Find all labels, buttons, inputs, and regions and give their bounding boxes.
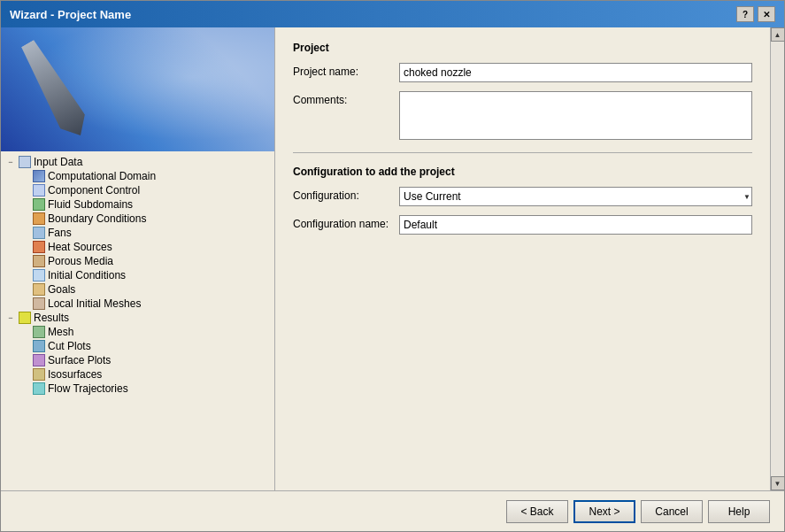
- tree-item-porous-media[interactable]: Porous Media: [1, 254, 274, 268]
- expand-icon-bc: [19, 212, 31, 225]
- tree-container: − Input Data Computational Domain Compon…: [1, 151, 274, 490]
- heat-sources-icon: [33, 241, 45, 253]
- cut-plots-icon: [33, 340, 45, 352]
- expand-icon-heat: [19, 241, 31, 253]
- title-bar-left: Wizard - Project Name: [10, 8, 131, 21]
- tree-item-heat-sources[interactable]: Heat Sources: [1, 240, 274, 254]
- tree-label-results: Results: [34, 312, 69, 324]
- fluid-subdomains-icon: [33, 198, 45, 211]
- fans-icon: [33, 227, 45, 239]
- comments-label: Comments:: [293, 91, 399, 106]
- expand-icon-init: [19, 269, 31, 281]
- tree-item-boundary-conditions[interactable]: Boundary Conditions: [1, 212, 274, 226]
- help-button[interactable]: Help: [708, 500, 770, 523]
- tree-item-goals[interactable]: Goals: [1, 282, 274, 297]
- scroll-track: [771, 42, 784, 476]
- expand-icon-fans: [19, 227, 31, 239]
- tree-label-local-initial-meshes: Local Initial Meshes: [48, 297, 141, 310]
- configuration-group: Configuration: Use Current New Configura…: [293, 187, 752, 206]
- mesh-icon: [33, 326, 45, 338]
- section-project-title: Project: [293, 42, 752, 54]
- bottom-bar: < Back Next > Cancel Help: [1, 490, 784, 531]
- expand-icon-local: [19, 297, 31, 310]
- tree-label-goals: Goals: [48, 283, 75, 296]
- tree-item-flow-trajectories[interactable]: Flow Trajectories: [1, 382, 274, 396]
- expand-icon-surface: [19, 354, 31, 366]
- project-name-group: Project name:: [293, 63, 752, 82]
- right-scroll: Project Project name: Comments: Configur…: [275, 27, 784, 490]
- config-name-label: Configuration name:: [293, 215, 399, 230]
- scroll-down-arrow-icon[interactable]: ▼: [771, 476, 785, 490]
- surface-plots-icon: [33, 354, 45, 366]
- config-name-input[interactable]: [399, 215, 752, 235]
- tree-label-mesh: Mesh: [48, 326, 73, 338]
- tree-item-fluid-subdomains[interactable]: Fluid Subdomains: [1, 197, 274, 212]
- expand-icon-input: −: [4, 156, 17, 168]
- input-data-icon: [19, 156, 31, 168]
- tree-label-input-data: Input Data: [34, 156, 82, 168]
- tree-label-fluid-subdomains: Fluid Subdomains: [48, 198, 133, 211]
- project-name-input[interactable]: [399, 63, 752, 82]
- tree-item-mesh[interactable]: Mesh: [1, 325, 274, 339]
- project-name-label: Project name:: [293, 63, 399, 78]
- tree-label-porous-media: Porous Media: [48, 255, 113, 267]
- goals-icon: [33, 283, 45, 296]
- porous-media-icon: [33, 255, 45, 267]
- tree-label-fans: Fans: [48, 227, 72, 239]
- right-panel: Project Project name: Comments: Configur…: [275, 27, 784, 490]
- tree-item-results[interactable]: − Results: [1, 311, 274, 325]
- boundary-conditions-icon: [33, 212, 45, 225]
- expand-icon-fluid: [19, 198, 31, 211]
- help-title-button[interactable]: ?: [736, 6, 754, 22]
- scroll-up-arrow-icon[interactable]: ▲: [771, 27, 785, 42]
- tree-item-isosurfaces[interactable]: Isosurfaces: [1, 367, 274, 382]
- cancel-button[interactable]: Cancel: [641, 500, 703, 523]
- expand-icon-comp-ctrl: [19, 184, 31, 197]
- pen-decoration: [1, 27, 112, 151]
- title-bar: Wizard - Project Name ? ✕: [1, 1, 784, 27]
- configuration-select-wrapper: Use Current New Configuration ▼: [399, 187, 752, 206]
- tree-label-heat-sources: Heat Sources: [48, 241, 112, 253]
- tree-item-input-data[interactable]: − Input Data: [1, 155, 274, 169]
- comments-textarea[interactable]: [399, 91, 752, 140]
- configuration-select[interactable]: Use Current New Configuration: [399, 187, 752, 206]
- tree-label-component-control: Component Control: [48, 184, 140, 197]
- expand-icon-iso: [19, 368, 31, 381]
- expand-icon-cut: [19, 340, 31, 352]
- right-content: Project Project name: Comments: Configur…: [275, 27, 770, 490]
- expand-icon-comp-domain: [19, 170, 31, 182]
- tree-label-boundary-conditions: Boundary Conditions: [48, 212, 146, 225]
- next-button[interactable]: Next >: [573, 500, 635, 523]
- config-name-group: Configuration name:: [293, 215, 752, 235]
- back-button[interactable]: < Back: [506, 500, 568, 523]
- results-icon: [19, 312, 31, 324]
- initial-conditions-icon: [33, 269, 45, 281]
- tree-item-fans[interactable]: Fans: [1, 226, 274, 240]
- tree-label-initial-conditions: Initial Conditions: [48, 269, 126, 281]
- tree-item-cut-plots[interactable]: Cut Plots: [1, 339, 274, 353]
- local-initial-meshes-icon: [33, 297, 45, 310]
- computational-domain-icon: [33, 170, 45, 182]
- left-panel: − Input Data Computational Domain Compon…: [1, 27, 275, 490]
- section-config-title: Configuration to add the project: [293, 166, 752, 178]
- expand-icon-mesh: [19, 326, 31, 338]
- tree-label-surface-plots: Surface Plots: [48, 354, 111, 366]
- component-control-icon: [33, 184, 45, 197]
- separator-1: [293, 152, 752, 153]
- tree-item-computational-domain[interactable]: Computational Domain: [1, 169, 274, 183]
- tree-item-component-control[interactable]: Component Control: [1, 183, 274, 197]
- tree-label-cut-plots: Cut Plots: [48, 340, 91, 352]
- expand-icon-flow: [19, 382, 31, 395]
- close-title-button[interactable]: ✕: [758, 6, 775, 22]
- expand-icon-goals: [19, 283, 31, 296]
- right-scrollbar: ▲ ▼: [770, 27, 784, 490]
- configuration-label: Configuration:: [293, 187, 399, 202]
- tree-item-surface-plots[interactable]: Surface Plots: [1, 353, 274, 367]
- tree-label-flow-trajectories: Flow Trajectories: [48, 382, 128, 395]
- title-bar-controls: ? ✕: [736, 6, 775, 22]
- dialog-body: − Input Data Computational Domain Compon…: [1, 27, 784, 490]
- tree-label-isosurfaces: Isosurfaces: [48, 368, 102, 381]
- tree-item-local-initial-meshes[interactable]: Local Initial Meshes: [1, 297, 274, 311]
- wizard-dialog: Wizard - Project Name ? ✕ − Input Data: [0, 0, 785, 532]
- tree-item-initial-conditions[interactable]: Initial Conditions: [1, 268, 274, 282]
